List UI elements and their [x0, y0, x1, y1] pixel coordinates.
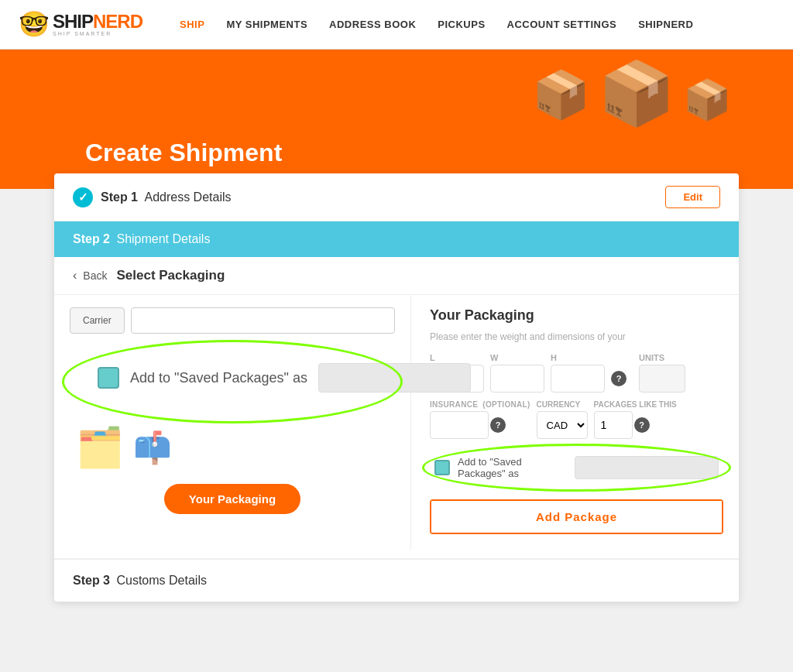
nav-link-accountsettings[interactable]: ACCOUNT SETTINGS [507, 19, 617, 30]
step2-label: Step 2 Shipment Details [73, 232, 210, 245]
right-panel: Your Packaging Please enter the weight a… [410, 295, 739, 550]
nav-link-shipnerd[interactable]: SHIPNERD [638, 19, 693, 30]
currency-label: CURRENCY [537, 400, 588, 409]
packages-count-field: PACKAGES LIKE THIS ? [594, 400, 677, 439]
currency-field: CURRENCY CAD [537, 400, 588, 439]
w-label: W [490, 353, 544, 362]
step3-bar: Step 3 Customs Details [54, 558, 739, 602]
insurance-field: INSURANCE (OPTIONAL) ? [430, 400, 530, 439]
your-packaging-button[interactable]: Your Packaging [164, 484, 300, 514]
step1-bar: ✓ Step 1 Address Details Edit [54, 173, 739, 221]
step2-number: Step 2 [73, 232, 110, 245]
packaging-section: Carrier Add to "Saved Packages" as 🗂️ 📫 … [54, 295, 739, 558]
saved-package-name-small[interactable] [575, 456, 719, 479]
logo[interactable]: 🤓 SHIP NERD SHIP SMARTER [19, 12, 142, 36]
logo-ship: SHIP [53, 12, 93, 32]
nav-link-myshipments[interactable]: MY SHIPMENTS [226, 19, 307, 30]
carrier-papers: 🗂️ [76, 425, 124, 470]
save-checkbox-big[interactable] [98, 367, 119, 389]
h-label: H [551, 353, 605, 362]
step2-desc: Shipment Details [116, 232, 210, 245]
hero-banner: Create Shipment 📦 📦 📦 [0, 50, 793, 189]
packages-label: PACKAGES LIKE THIS [594, 400, 677, 409]
ins-optional: (OPTIONAL) [482, 400, 530, 409]
step1-desc: Address Details [144, 190, 231, 204]
nav-links: SHIP MY SHIPMENTS ADDRESS BOOK PICKUPS A… [180, 19, 693, 30]
add-package-button[interactable]: Add Package [431, 501, 722, 533]
main-card: ✓ Step 1 Address Details Edit Step 2 Shi… [54, 173, 739, 602]
dimensions-row: L W H ? UNITS IN [430, 353, 723, 393]
step1-number: Step 1 [101, 190, 138, 204]
select-packaging-title: Select Packaging [116, 268, 225, 283]
h-field: H [551, 353, 605, 393]
carrier-item: 📫 [133, 430, 172, 466]
back-arrow-icon: ‹ [73, 269, 77, 283]
nav-bar: 🤓 SHIP NERD SHIP SMARTER SHIP MY SHIPMEN… [0, 0, 793, 50]
currency-select[interactable]: CAD [537, 411, 588, 439]
w-input[interactable] [490, 365, 544, 393]
edit-button[interactable]: Edit [665, 186, 720, 208]
logo-nerd: NERD [93, 12, 142, 32]
saved-package-name-big[interactable] [318, 363, 471, 393]
units-field: UNITS IN [639, 353, 685, 393]
tab-carrier[interactable]: Carrier [70, 307, 125, 334]
your-packaging-title: Your Packaging [430, 307, 723, 324]
step3-number: Step 3 [73, 574, 110, 587]
step3-label-wrap: Step 3 Customs Details [73, 574, 207, 587]
step1-check-icon: ✓ [73, 187, 93, 207]
units-input[interactable]: IN [639, 365, 685, 393]
h-input[interactable] [551, 365, 605, 393]
step2-bar: Step 2 Shipment Details [54, 221, 739, 257]
w-field: W [490, 353, 544, 393]
nav-link-ship[interactable]: SHIP [180, 19, 204, 30]
add-saved-big-row: Add to "Saved Packages" as [70, 346, 395, 410]
nav-link-pickups[interactable]: PICKUPS [438, 19, 485, 30]
back-bar: ‹ Back Select Packaging [54, 257, 739, 295]
hero-title: Create Shipment [85, 139, 282, 167]
logo-icon: 🤓 [19, 12, 50, 36]
units-label: UNITS [639, 353, 685, 362]
add-saved-big-label: Add to "Saved Packages" as [130, 370, 307, 386]
left-panel: Carrier Add to "Saved Packages" as 🗂️ 📫 … [54, 295, 410, 550]
l-label: L [430, 353, 484, 362]
insurance-input[interactable] [430, 411, 489, 439]
bottom-add-label: Add to "Saved Packages" as [458, 456, 567, 479]
save-checkbox-small[interactable] [434, 460, 450, 475]
logo-text: SHIP NERD SHIP SMARTER [53, 12, 142, 36]
h-help-icon[interactable]: ? [611, 371, 627, 386]
nav-link-addressbook[interactable]: ADDRESS BOOK [329, 19, 416, 30]
bottom-add-saved-wrap: Add to "Saved Packages" as [430, 450, 723, 485]
tab-search-input[interactable] [131, 307, 395, 334]
insurance-label: INSURANCE (OPTIONAL) [430, 400, 530, 409]
bottom-add-saved-row: Add to "Saved Packages" as [430, 450, 723, 485]
your-packaging-desc: Please enter the weight and dimensions o… [430, 331, 723, 342]
step3-desc: Customs Details [116, 574, 206, 587]
add-package-btn-wrap: Add Package [430, 499, 723, 534]
packages-count-input[interactable] [594, 411, 633, 439]
back-link[interactable]: Back [83, 269, 107, 282]
packaging-tabs: Carrier [70, 307, 395, 334]
carriers-area: 🗂️ 📫 [70, 425, 395, 470]
hero-decoration: 📦 📦 📦 [532, 57, 731, 122]
insurance-help-icon[interactable]: ? [490, 417, 506, 433]
insurance-row: INSURANCE (OPTIONAL) ? CURRENCY CAD [430, 400, 723, 439]
packages-help-icon[interactable]: ? [634, 417, 650, 433]
step1-label: Step 1 Address Details [101, 190, 232, 204]
step1-left: ✓ Step 1 Address Details [73, 187, 232, 207]
ins-label-text: INSURANCE [430, 400, 478, 409]
